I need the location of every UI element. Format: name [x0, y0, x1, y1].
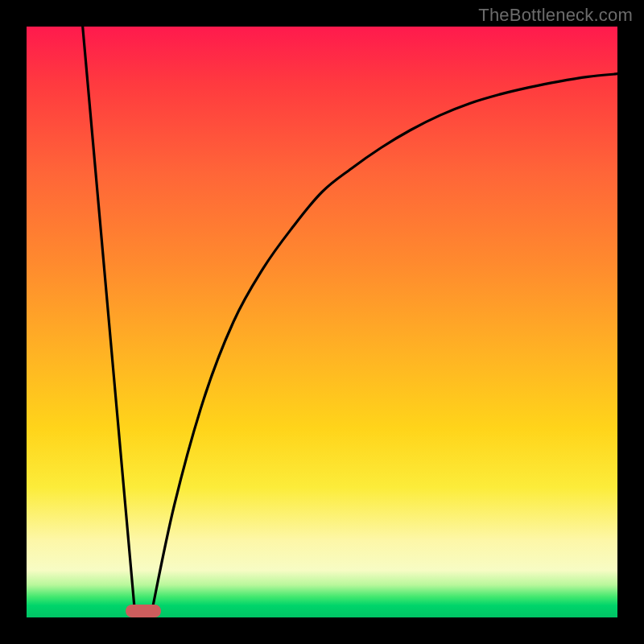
curves-svg: [27, 27, 617, 617]
chart-frame: TheBottleneck.com: [0, 0, 644, 644]
right-branch-path: [151, 74, 617, 617]
left-branch-path: [83, 27, 135, 617]
plot-area: [27, 27, 617, 617]
bottleneck-marker: [126, 605, 161, 617]
watermark-text: TheBottleneck.com: [478, 5, 633, 26]
